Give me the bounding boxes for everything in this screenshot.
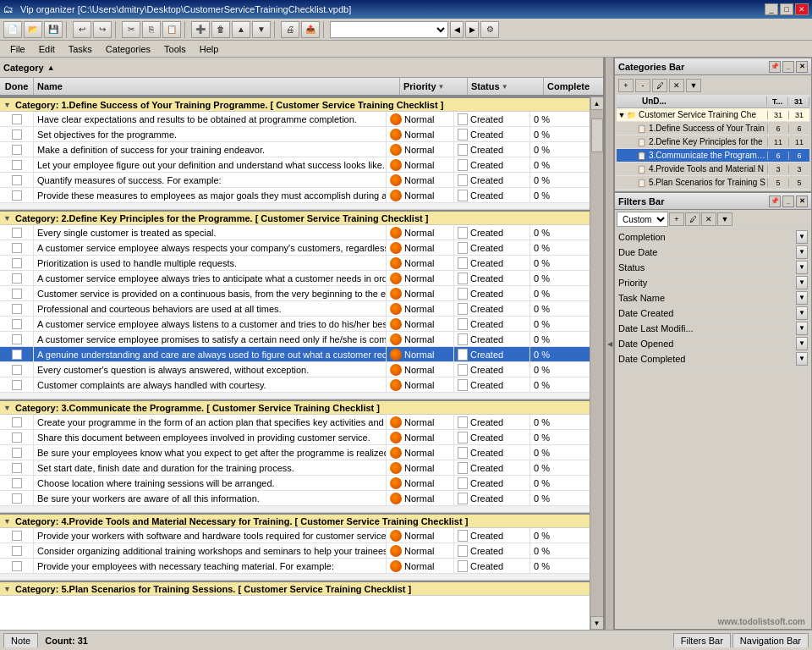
copy-button[interactable]: ⎘ [142, 21, 161, 38]
menu-help[interactable]: Help [193, 42, 226, 56]
task-row[interactable]: Prioritization is used to handle multipl… [0, 256, 590, 271]
filter-add-button[interactable]: + [669, 212, 684, 226]
task-checkbox[interactable] [12, 175, 22, 185]
category-row[interactable]: ▼ Category: 2.Define Key Principles for … [0, 210, 590, 225]
filter-combo-taskname[interactable]: ▼ [796, 291, 808, 305]
panel-pin-button[interactable]: 📌 [769, 61, 781, 73]
task-row[interactable]: Be sure your employees know what you exp… [0, 445, 590, 460]
layout-next-button[interactable]: ▶ [465, 21, 479, 38]
task-row[interactable]: Provide your workers with software and h… [0, 528, 590, 543]
task-row[interactable]: Provide these measures to employees as m… [0, 188, 590, 203]
filter-edit-button[interactable]: 🖊 [685, 212, 700, 226]
filters-bar-tab[interactable]: Filters Bar [673, 633, 731, 647]
filters-bar-header[interactable]: Filters Bar 📌 _ ✕ [615, 193, 811, 210]
task-checkbox[interactable] [12, 160, 22, 170]
task-checkbox[interactable] [12, 417, 22, 427]
cat-expand-icon[interactable]: ▼ [3, 517, 15, 526]
filter-settings-button[interactable]: ▼ [717, 212, 732, 226]
close-button[interactable]: ✕ [795, 3, 809, 15]
new-button[interactable]: 📄 [3, 21, 22, 38]
task-checkbox[interactable] [12, 365, 22, 375]
paste-button[interactable]: 📋 [162, 21, 181, 38]
filter-combo-duedate[interactable]: ▼ [796, 245, 808, 259]
task-row[interactable]: Customer service is provided on a contin… [0, 286, 590, 301]
task-checkbox[interactable] [12, 289, 22, 299]
task-checkbox[interactable] [12, 190, 22, 201]
task-checkbox[interactable] [12, 432, 22, 443]
tree-expand-button[interactable]: + [618, 79, 634, 92]
filter-combo-datecompleted[interactable]: ▼ [796, 352, 808, 366]
panel-close-button[interactable]: ✕ [796, 61, 808, 73]
category-row[interactable]: ▼ Category: 3.Communicate the Programme.… [0, 399, 590, 415]
category-row[interactable]: ▼ Category: 1.Define Success of Your Tra… [0, 96, 590, 112]
task-checkbox[interactable] [12, 145, 22, 155]
tree-settings-button[interactable]: ▼ [686, 79, 701, 92]
filter-combo-priority[interactable]: ▼ [796, 276, 808, 289]
menu-file[interactable]: File [3, 42, 32, 56]
cut-button[interactable]: ✂ [122, 21, 140, 38]
task-row[interactable]: A customer service employee always respe… [0, 240, 590, 256]
scroll-down-button[interactable]: ▼ [590, 616, 604, 630]
layout-settings-button[interactable]: ⚙ [480, 21, 499, 38]
task-checkbox[interactable] [12, 228, 22, 238]
tree-expand-icon[interactable]: ▼ [617, 111, 627, 119]
menu-tasks[interactable]: Tasks [62, 42, 99, 56]
save-button[interactable]: 💾 [44, 21, 63, 38]
task-checkbox[interactable] [12, 304, 22, 314]
task-checkbox[interactable] [12, 114, 22, 124]
task-row[interactable]: Consider organizing additional training … [0, 543, 590, 559]
move-down-button[interactable]: ▼ [252, 21, 271, 38]
add-task-button[interactable]: ➕ [191, 21, 210, 38]
task-row[interactable]: Set start date, finish date and duration… [0, 460, 590, 476]
task-row[interactable]: Customer complaints are always handled w… [0, 377, 590, 393]
header-done[interactable]: Done [0, 78, 34, 95]
cat-expand-icon[interactable]: ▼ [3, 101, 15, 109]
task-row[interactable]: A customer service employee always liste… [0, 317, 590, 332]
menu-categories[interactable]: Categories [99, 42, 157, 56]
note-tab[interactable]: Note [3, 633, 38, 647]
category-row[interactable]: ▼ Category: 4.Provide Tools and Material… [0, 513, 590, 528]
export-button[interactable]: 📤 [301, 21, 320, 38]
scroll-up-button[interactable]: ▲ [590, 96, 604, 110]
task-checkbox[interactable] [12, 493, 22, 504]
maximize-button[interactable]: □ [780, 3, 793, 15]
tree-list-item[interactable]: 📋 5.Plan Scenarios for Training S 5 5 [617, 176, 809, 190]
category-sort-icon[interactable]: ▲ [47, 63, 55, 72]
filter-minimize-button[interactable]: _ [782, 196, 794, 207]
task-checkbox[interactable] [12, 546, 22, 556]
task-row[interactable]: Set objectives for the programme. Normal… [0, 127, 590, 142]
open-button[interactable]: 📂 [24, 21, 42, 38]
tree-collapse-button[interactable]: - [635, 79, 650, 92]
tree-delete-button[interactable]: ✕ [669, 79, 684, 92]
task-checkbox[interactable] [12, 463, 22, 473]
category-row[interactable]: ▼ Category: 5.Plan Scenarios for Trainin… [0, 581, 590, 596]
filter-combo-datelastmod[interactable]: ▼ [796, 322, 808, 335]
panel-toggle[interactable]: ◀ [605, 58, 613, 630]
undo-button[interactable]: ↩ [73, 21, 91, 38]
task-row[interactable]: Share this document between employees in… [0, 430, 590, 445]
layout-combo[interactable]: Default Task View Layout [330, 21, 448, 38]
task-row[interactable]: Quantify measures of success. For exampl… [0, 173, 590, 188]
delete-button[interactable]: 🗑 [211, 21, 230, 38]
cat-expand-icon[interactable]: ▼ [3, 404, 15, 412]
categories-bar-header[interactable]: Categories Bar 📌 _ ✕ [615, 58, 811, 75]
tree-root-item[interactable]: ▼ 📁 Customer Service Training Che 31 31 [617, 108, 809, 122]
task-row[interactable]: Choose location where training sessions … [0, 476, 590, 491]
task-row[interactable]: Every customer's question is always answ… [0, 362, 590, 377]
cat-expand-icon[interactable]: ▼ [3, 214, 15, 223]
header-name[interactable]: Name [34, 78, 400, 95]
redo-button[interactable]: ↪ [93, 21, 112, 38]
task-checkbox[interactable] [12, 319, 22, 329]
header-priority[interactable]: Priority ▼ [400, 78, 468, 95]
task-row[interactable]: Every single customer is treated as spec… [0, 225, 590, 240]
task-checkbox[interactable] [12, 129, 22, 140]
menu-tools[interactable]: Tools [157, 42, 193, 56]
menu-edit[interactable]: Edit [32, 42, 62, 56]
task-row[interactable]: Provide your employees with necessary te… [0, 559, 590, 574]
tree-list-item[interactable]: 📋 2.Define Key Principles for the 11 11 [617, 135, 809, 149]
minimize-button[interactable]: _ [765, 3, 778, 15]
panel-minimize-button[interactable]: _ [782, 61, 794, 73]
cat-expand-icon[interactable]: ▼ [3, 585, 15, 593]
filter-close-button[interactable]: ✕ [796, 196, 808, 207]
filter-delete-button[interactable]: ✕ [701, 212, 716, 226]
